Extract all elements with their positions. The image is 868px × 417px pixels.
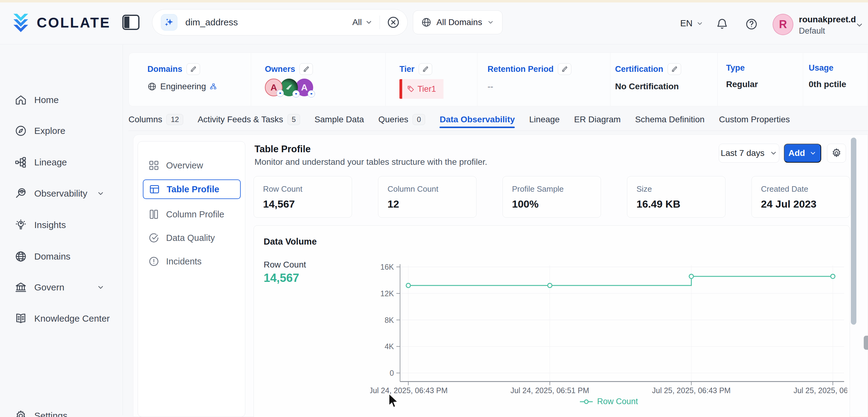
profiler-settings-button[interactable]: [827, 144, 846, 163]
tab-activity-feeds[interactable]: Activity Feeds & Tasks5: [197, 108, 300, 131]
chart-legend[interactable]: Row Count: [370, 397, 847, 406]
certification-value: No Certification: [615, 82, 717, 91]
logo-text: COLLATE: [37, 14, 111, 31]
subnav-item-table-profile[interactable]: Table Profile: [143, 180, 241, 199]
avatar-initial: A: [301, 82, 308, 93]
sidebar-item-label: Lineage: [34, 157, 67, 167]
subnav-label: Overview: [166, 161, 203, 170]
edit-domains-button[interactable]: [187, 63, 200, 75]
tab-schema-definition[interactable]: Schema Definition: [635, 108, 704, 131]
tab-columns[interactable]: Columns12: [128, 108, 183, 131]
edit-retention-button[interactable]: [558, 63, 571, 75]
sidebar-item-observability[interactable]: Observability: [0, 183, 122, 204]
edit-owners-button[interactable]: [300, 63, 313, 75]
stat-card-size: Size 16.49 KB: [627, 176, 725, 218]
search-input[interactable]: dim_address: [185, 17, 238, 28]
svg-text:8K: 8K: [384, 316, 394, 324]
chevron-down-icon: [770, 149, 777, 157]
domain-value[interactable]: Engineering: [160, 82, 206, 91]
sidebar-item-govern[interactable]: Govern: [0, 277, 122, 298]
sidebar-item-home[interactable]: Home: [0, 89, 122, 111]
sidebar-item-settings[interactable]: Settings: [0, 405, 122, 417]
usage-value: 0th pctile: [809, 79, 867, 89]
tab-count-badge: 12: [166, 114, 183, 125]
page-subtitle: Monitor and understand your tables struc…: [254, 157, 487, 167]
window-top-strip: [0, 0, 868, 2]
vertical-scrollbar[interactable]: [851, 137, 857, 325]
owners-avatar-group: A⚭ ⚭ A⚭: [265, 78, 385, 96]
legend-line-icon: [579, 399, 593, 405]
team-badge-icon: ⚭: [308, 90, 315, 98]
sidebar-item-lineage[interactable]: Lineage: [0, 152, 122, 173]
ai-sparkle-icon: [161, 14, 177, 31]
subnav-item-data-quality[interactable]: Data Quality: [143, 228, 241, 248]
columns-icon: [148, 209, 159, 220]
globe-icon: [15, 250, 27, 263]
subnav-item-overview[interactable]: Overview: [143, 156, 241, 175]
chevron-down-icon: [365, 18, 373, 26]
entity-field-usage: Usage 0th pctile: [803, 53, 867, 106]
tab-queries[interactable]: Queries0: [378, 108, 425, 131]
svg-text:Jul 25, 2025, 06:43 PM: Jul 25, 2025, 06:43 PM: [652, 386, 731, 395]
tab-sample-data[interactable]: Sample Data: [314, 108, 364, 131]
search-scope-dropdown[interactable]: All: [352, 18, 373, 27]
sidebar-item-domains[interactable]: Domains: [0, 246, 122, 267]
clear-search-icon[interactable]: [386, 15, 400, 29]
row-count-line-chart[interactable]: 04K8K12K16KJul 24, 2025, 06:43 PMJul 24,…: [370, 259, 847, 395]
entity-field-type: Type Regular: [717, 53, 803, 106]
field-label: Usage: [809, 63, 833, 73]
subnav-item-column-profile[interactable]: Column Profile: [143, 204, 241, 224]
sidebar-item-label: Explore: [34, 126, 65, 136]
tab-lineage[interactable]: Lineage: [529, 108, 560, 131]
subnav-item-incidents[interactable]: Incidents: [143, 252, 241, 271]
edit-certification-button[interactable]: [668, 63, 681, 75]
sidebar-item-explore[interactable]: Explore: [0, 120, 122, 141]
tab-label: Queries: [378, 115, 408, 124]
stat-value: 100%: [512, 198, 601, 210]
link-icon[interactable]: [210, 83, 217, 90]
entity-tabs: Columns12 Activity Feeds & Tasks5 Sample…: [128, 108, 868, 131]
tab-er-diagram[interactable]: ER Diagram: [574, 108, 621, 131]
edit-tier-button[interactable]: [419, 63, 432, 75]
sidebar-item-label: Knowledge Center: [34, 313, 110, 324]
field-label: Certification: [615, 65, 663, 74]
topbar: COLLATE dim_address All All Domains: [0, 2, 868, 44]
owner-avatar[interactable]: A⚭: [265, 78, 283, 96]
mouse-cursor: [388, 393, 400, 409]
sidebar: Home Explore Lineage Observability Insig…: [0, 45, 123, 415]
tab-label: Sample Data: [314, 115, 364, 124]
lineage-icon: [15, 156, 27, 168]
notifications-bell-icon[interactable]: [716, 18, 728, 31]
tab-custom-properties[interactable]: Custom Properties: [719, 108, 790, 131]
svg-text:16K: 16K: [380, 263, 394, 271]
sidebar-item-label: Govern: [34, 282, 64, 293]
grid-icon: [148, 160, 159, 171]
add-button[interactable]: Add: [784, 144, 821, 163]
tier-chip[interactable]: Tier1: [399, 79, 477, 99]
sidebar-item-knowledge-center[interactable]: Knowledge Center: [0, 308, 122, 329]
tab-data-observability[interactable]: Data Observability: [439, 108, 515, 131]
table-icon: [149, 184, 160, 195]
sidebar-collapse-icon[interactable]: [122, 15, 140, 30]
stat-value: 16.49 KB: [637, 198, 725, 210]
svg-text:0: 0: [390, 369, 394, 377]
time-range-dropdown[interactable]: Last 7 days: [719, 144, 779, 163]
entity-field-certification: Certification No Certification: [611, 53, 717, 106]
collate-logo[interactable]: COLLATE: [11, 12, 111, 33]
subnav-label: Incidents: [166, 256, 202, 266]
sidebar-item-label: Observability: [34, 188, 87, 199]
all-domains-filter[interactable]: All Domains: [413, 10, 502, 34]
svg-text:4K: 4K: [384, 342, 394, 351]
global-search-bar[interactable]: dim_address All: [152, 9, 408, 35]
sidebar-item-label: Insights: [34, 220, 66, 230]
chevron-down-icon: [696, 20, 704, 27]
user-avatar[interactable]: R: [773, 14, 794, 35]
sidebar-item-label: Settings: [34, 411, 67, 417]
subnav-label: Column Profile: [166, 210, 224, 220]
stat-label: Row Count: [263, 184, 352, 194]
language-selector[interactable]: EN: [680, 18, 704, 28]
user-menu-chevron-icon[interactable]: [855, 21, 864, 29]
field-label: Type: [726, 63, 745, 73]
help-icon[interactable]: [745, 18, 758, 31]
sidebar-item-insights[interactable]: Insights: [0, 214, 122, 236]
